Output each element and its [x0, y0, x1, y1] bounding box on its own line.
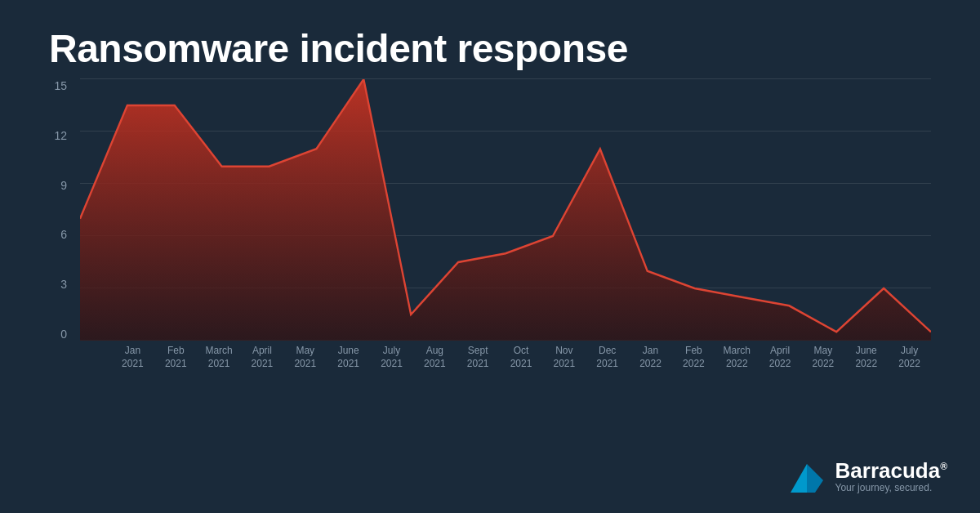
barracuda-icon	[786, 456, 827, 497]
y-label-12: 12	[49, 129, 74, 142]
x-label-july2021: July2021	[370, 345, 413, 370]
barracuda-tagline: Your journey, secured.	[835, 482, 947, 493]
x-label-jan2021: Jan2021	[111, 345, 154, 370]
barracuda-name: Barracuda®	[835, 459, 947, 483]
x-label-dec2021: Dec2021	[586, 345, 629, 370]
y-label-15: 15	[49, 79, 74, 92]
y-label-0: 0	[49, 328, 74, 341]
x-label-june2022: June2022	[844, 345, 888, 370]
x-label-july2022: July2022	[888, 345, 931, 370]
x-label-april2022: April2022	[759, 345, 802, 370]
chart-area: Jan2021 Feb2021 March2021 April2021 May2…	[80, 79, 931, 341]
y-axis: 0 3 6 9 12 15	[49, 79, 74, 341]
y-label-3: 3	[49, 278, 74, 291]
x-label-feb2021: Feb2021	[154, 345, 198, 370]
x-label-feb2022: Feb2022	[672, 345, 715, 370]
y-label-9: 9	[49, 179, 74, 192]
x-label-may2022: May2022	[802, 345, 845, 370]
barracuda-registered: ®	[940, 461, 947, 472]
x-label-jan2022: Jan2022	[629, 345, 672, 370]
x-label-aug2021: Aug2021	[413, 345, 457, 370]
chart-container: 0 3 6 9 12 15	[49, 79, 931, 406]
main-title: Ransomware incident response	[0, 0, 980, 79]
barracuda-logo: Barracuda® Your journey, secured.	[786, 456, 947, 497]
y-label-6: 6	[49, 228, 74, 241]
x-label-april2021: April2021	[241, 345, 284, 370]
svg-marker-1	[807, 464, 823, 493]
x-label-june2021: June2021	[327, 345, 370, 370]
x-label-nov2021: Nov2021	[542, 345, 586, 370]
x-label-may2021: May2021	[283, 345, 327, 370]
x-label-march2022: March2022	[715, 345, 759, 370]
x-axis-labels: Jan2021 Feb2021 March2021 April2021 May2…	[111, 345, 931, 370]
area-chart	[80, 79, 931, 341]
barracuda-text-group: Barracuda® Your journey, secured.	[835, 459, 947, 494]
x-label-oct2021: Oct2021	[500, 345, 543, 370]
x-label-march2021: March2021	[198, 345, 241, 370]
x-label-sept2021: Sept2021	[457, 345, 500, 370]
